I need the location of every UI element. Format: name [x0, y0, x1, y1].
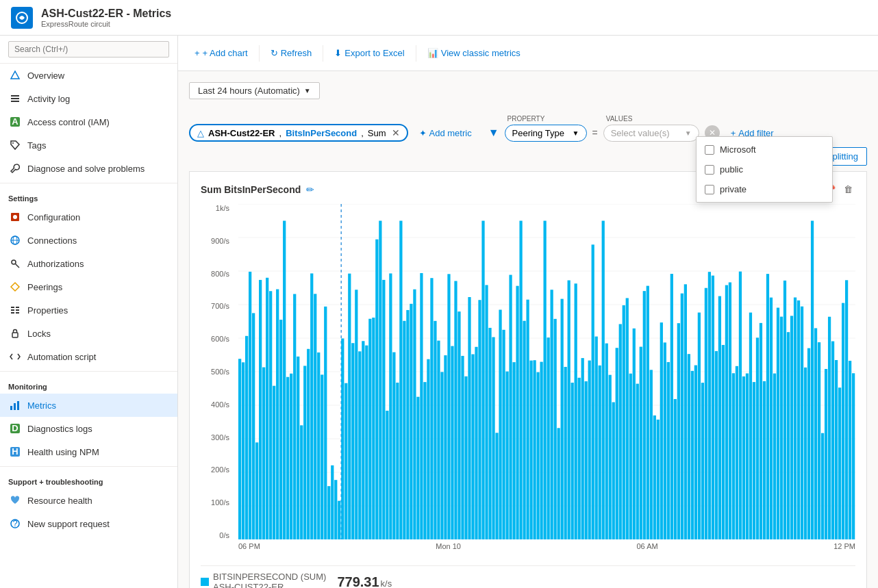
- chart-delete-button[interactable]: 🗑: [841, 183, 855, 196]
- sidebar-item-peerings[interactable]: Peerings: [0, 275, 177, 298]
- property-label: PROPERTY: [507, 115, 545, 123]
- sidebar-item-metrics[interactable]: Metrics: [0, 394, 177, 417]
- option-label-private: private: [720, 184, 747, 194]
- chart-bar: [746, 373, 749, 539]
- sidebar-item-locks[interactable]: Locks: [0, 322, 177, 345]
- chart-bar: [259, 280, 262, 539]
- sidebar-item-automation[interactable]: Automation script: [0, 345, 177, 368]
- sidebar-item-activity-log[interactable]: Activity log: [0, 87, 177, 110]
- sidebar-item-label: Diagnose and solve problems: [27, 164, 145, 174]
- sidebar-item-label: Diagnostics logs: [27, 424, 92, 434]
- chart-bar: [595, 337, 598, 539]
- metric-chip-resource: ASH-Cust22-ER: [208, 128, 275, 138]
- heart-icon: [8, 494, 22, 507]
- option-label-microsoft: Microsoft: [720, 144, 756, 155]
- checkbox-private[interactable]: [705, 185, 714, 194]
- svg-rect-16: [11, 307, 14, 308]
- chart-bar: [701, 383, 704, 539]
- chart-bar: [478, 300, 481, 539]
- chart-bar: [372, 318, 375, 539]
- chart-bar: [783, 281, 786, 539]
- sidebar-item-properties[interactable]: Properties: [0, 298, 177, 322]
- y-label-900: 900/s: [211, 237, 229, 245]
- export-button[interactable]: ⬇ Export to Excel: [329, 45, 410, 61]
- chart-bar: [575, 283, 577, 539]
- chart-bar: [633, 329, 636, 539]
- chart-bar: [849, 361, 851, 539]
- refresh-button[interactable]: ↻ Refresh: [265, 45, 318, 61]
- metric-chip[interactable]: △ ASH-Cust22-ER , BitsInPerSecond , Sum …: [189, 124, 408, 142]
- property-dropdown[interactable]: Peering Type ▼: [505, 125, 587, 142]
- chart-bar: [674, 399, 677, 539]
- y-label-100: 100/s: [211, 498, 229, 507]
- sidebar-item-new-support[interactable]: ? New support request: [0, 512, 177, 535]
- sidebar-item-configuration[interactable]: Configuration: [0, 205, 177, 229]
- chart-bar: [688, 354, 690, 539]
- chart-bar: [451, 346, 453, 539]
- page-title: ASH-Cust22-ER - Metrics: [41, 8, 171, 20]
- y-label-600: 600/s: [211, 335, 229, 343]
- sidebar-item-access-control[interactable]: A Access control (IAM): [0, 110, 177, 133]
- values-label: VALUES: [606, 115, 633, 123]
- sidebar-item-overview[interactable]: Overview: [0, 64, 177, 87]
- checkbox-public[interactable]: [705, 165, 714, 175]
- sidebar-item-resource-health[interactable]: Resource health: [0, 489, 177, 512]
- page-subtitle: ExpressRoute circuit: [41, 20, 171, 28]
- chart-bar: [269, 291, 272, 539]
- chart-bar: [410, 304, 412, 539]
- values-dropdown[interactable]: Select value(s) ▼: [603, 125, 699, 142]
- chart-bar: [321, 374, 323, 539]
- property-filter-wrapper: PROPERTY Peering Type ▼: [505, 125, 587, 142]
- refresh-icon: ↻: [271, 48, 278, 58]
- chart-edit-icon[interactable]: ✏: [306, 184, 314, 195]
- dropdown-option-private[interactable]: private: [697, 179, 832, 199]
- svg-rect-22: [12, 333, 18, 337]
- sidebar-item-diagnose[interactable]: Diagnose and solve problems: [0, 157, 177, 180]
- chart-bar: [317, 353, 320, 539]
- chart-bar: [427, 359, 429, 539]
- chart-bar: [825, 369, 827, 539]
- view-classic-button[interactable]: 📊 View classic metrics: [422, 45, 526, 61]
- svg-point-13: [12, 260, 16, 264]
- settings-section-label: Settings: [0, 186, 177, 205]
- chart-bar: [592, 244, 594, 539]
- sidebar-item-connections[interactable]: Connections: [0, 229, 177, 252]
- dropdown-option-microsoft[interactable]: Microsoft: [697, 140, 832, 159]
- monitoring-section-label: Monitoring: [0, 374, 177, 394]
- toolbar-separator: [259, 45, 260, 62]
- svg-text:?: ?: [12, 518, 17, 528]
- app-header: ASH-Cust22-ER - Metrics ExpressRoute cir…: [0, 0, 878, 36]
- sidebar-item-tags[interactable]: Tags: [0, 133, 177, 157]
- chart-bar: [252, 313, 255, 539]
- dropdown-option-public[interactable]: public: [697, 159, 832, 179]
- y-label-1k: 1k/s: [216, 204, 229, 212]
- sidebar-item-diagnostics[interactable]: D Diagnostics logs: [0, 417, 177, 440]
- chart-bar: [242, 362, 244, 539]
- chart-bar: [519, 221, 522, 540]
- chart-bar: [838, 387, 841, 539]
- metric-chip-close[interactable]: ✕: [392, 127, 400, 138]
- download-icon: ⬇: [334, 48, 342, 58]
- sidebar-item-authorizations[interactable]: Authorizations: [0, 252, 177, 275]
- search-input[interactable]: [8, 41, 169, 57]
- svg-rect-4: [11, 101, 19, 102]
- add-metric-button[interactable]: ✦ Add metric: [414, 125, 477, 141]
- svg-marker-15: [11, 283, 19, 291]
- add-chart-button[interactable]: + + Add chart: [189, 45, 253, 61]
- chart-bar: [643, 291, 646, 539]
- chart-bar: [561, 299, 564, 539]
- sidebar-divider-2: [0, 371, 177, 372]
- svg-rect-24: [14, 403, 16, 410]
- svg-rect-3: [11, 98, 19, 99]
- chart-legend: BITSINPERSECOND (SUM) ASH-CUST22-ER 779.…: [201, 565, 855, 588]
- chart-bar: [464, 376, 467, 539]
- y-axis: 1k/s 900/s 800/s 700/s 600/s 500/s 400/s…: [201, 204, 235, 539]
- chart-bar: [481, 221, 484, 540]
- sidebar-divider-3: [0, 466, 177, 467]
- chart-bar: [375, 240, 378, 539]
- chart-bar: [516, 286, 518, 539]
- chart-bar: [523, 321, 525, 539]
- checkbox-microsoft[interactable]: [705, 145, 714, 155]
- time-selector-button[interactable]: Last 24 hours (Automatic) ▼: [189, 82, 320, 99]
- sidebar-item-health-npm[interactable]: H Health using NPM: [0, 440, 177, 463]
